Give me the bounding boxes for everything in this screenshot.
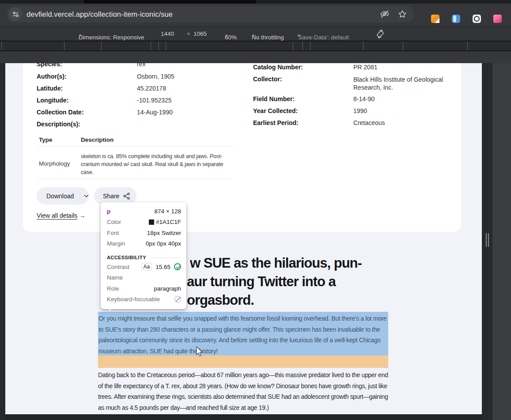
not-focusable-icon	[174, 296, 181, 303]
tab-strip	[0, 0, 511, 4]
role-label: Role	[107, 285, 119, 292]
download-button[interactable]: Download	[37, 187, 89, 204]
field-value: 1990	[353, 107, 367, 114]
tooltip-caret	[106, 306, 114, 310]
color-label: Color	[107, 219, 121, 225]
device-toolbar: Dimensions: Responsive ▼ 1440 × 1065 60%…	[0, 26, 511, 41]
field-value: -101.952325	[137, 97, 172, 104]
rotate-device-icon	[375, 29, 385, 39]
table-row-description: skeleton is ca. 85% complete including s…	[81, 152, 228, 176]
article-heading-line: orgasbord.	[187, 291, 254, 310]
button-divider	[80, 191, 80, 201]
arrow-right-icon: →	[79, 212, 85, 219]
field-label: Collection Date:	[37, 109, 84, 116]
mouse-cursor	[195, 346, 204, 357]
article-heading-line: w SUE as the hilarious, pun-	[190, 254, 362, 272]
field-label: Year Collected:	[253, 107, 298, 114]
field-value: 14-Aug-1990	[137, 109, 173, 116]
tab-strip-gap	[84, 0, 256, 4]
device-height-input[interactable]: 1065	[193, 30, 207, 37]
password-hidden-icon[interactable]	[380, 9, 390, 19]
url-text[interactable]: devfield.vercel.app/collection-item-icon…	[26, 10, 173, 19]
field-label: Author(s):	[37, 73, 67, 80]
table-header-type: Type	[39, 136, 53, 143]
font-value: 18px Switzer	[147, 230, 181, 236]
table-divider	[37, 179, 233, 179]
extension-clipboard-icon[interactable]	[452, 15, 460, 23]
table-header-description: Description	[81, 136, 114, 143]
device-width-input[interactable]: 1440	[161, 30, 174, 37]
chevron-down-icon: ▼	[79, 34, 82, 38]
chevron-down-icon: ▼	[252, 34, 255, 38]
chevron-down-icon: ▼	[297, 34, 301, 38]
share-nodes-icon	[123, 193, 130, 200]
browser-toolbar: devfield.vercel.app/collection-item-icon…	[0, 4, 511, 26]
font-label: Font	[107, 230, 119, 236]
view-all-details-link[interactable]: View all details →	[37, 212, 85, 219]
media-query-bar[interactable]	[0, 41, 511, 51]
color-swatch	[149, 219, 154, 225]
field-label: Latitude:	[37, 85, 63, 92]
color-value: #1A1C1F	[156, 219, 181, 225]
highlighted-paragraph: Or you might treasure that selfie you sn…	[98, 313, 388, 357]
field-label: Species:	[37, 63, 62, 68]
table-divider	[37, 146, 233, 147]
role-value: paragraph	[154, 285, 181, 292]
times-symbol: ×	[187, 30, 190, 37]
field-value: 8-14-90	[353, 95, 375, 102]
field-label: Catalog Number:	[253, 64, 303, 71]
stage-gutter-bottom	[5, 414, 482, 420]
table-row-type: Morphology	[39, 160, 70, 167]
inspect-highlight-margin-box	[98, 356, 388, 368]
share-button-label: Share	[94, 193, 119, 200]
viewport-resize-handle[interactable]	[486, 233, 487, 247]
inspect-tooltip: p 874 × 128 Color #1A1C1F Font 18px Swit…	[101, 202, 186, 309]
section-divider	[150, 257, 181, 258]
emulated-page-viewport: Species: rex Author(s): Osborn, 1905 Lat…	[5, 63, 482, 414]
viewport-resize-handle[interactable]	[488, 233, 489, 247]
profile-avatar[interactable]	[493, 15, 502, 23]
element-tag: p	[107, 208, 110, 215]
stage-background	[492, 63, 511, 420]
field-label: Collector:	[253, 76, 282, 83]
field-value: rex	[137, 63, 145, 68]
element-size: 874 × 128	[155, 208, 181, 215]
chevron-down-icon: ▼	[225, 34, 228, 38]
download-button-label: Download	[37, 193, 74, 200]
extension-recorder-icon[interactable]	[473, 15, 481, 23]
contrast-value: 15.65	[155, 264, 170, 270]
field-label: Longitude:	[37, 97, 68, 104]
contrast-label: Contrast	[107, 264, 129, 270]
address-bar[interactable]: devfield.vercel.app/collection-item-icon…	[7, 6, 414, 23]
stage-gutter-right	[482, 63, 492, 420]
chevron-down-icon[interactable]	[84, 194, 89, 198]
contrast-sample: Aa	[141, 263, 152, 271]
field-value: Black Hills Institute of Geological Rese…	[353, 76, 444, 91]
stage-gutter-left	[0, 63, 5, 420]
field-label: Description(s):	[37, 121, 80, 128]
margin-value: 0px 0px 40px	[146, 240, 181, 247]
device-stage-top-gap	[0, 51, 511, 63]
rotate-device-button[interactable]	[375, 29, 385, 39]
field-value: Osborn, 1905	[137, 73, 174, 80]
article-paragraph: Dating back to the Cretaceous period—abo…	[98, 370, 390, 413]
bookmark-star-icon[interactable]	[397, 9, 407, 19]
field-label: Earliest Period:	[253, 119, 299, 126]
margin-label: Margin	[107, 240, 125, 247]
field-value: Cretaceous	[353, 119, 385, 126]
extension-notes-icon[interactable]	[431, 15, 439, 23]
site-settings-button[interactable]	[9, 8, 22, 21]
keyboard-focusable-label: Keyboard-focusable	[107, 296, 160, 303]
field-value: 45.220178	[137, 85, 166, 92]
view-all-details-label: View all details	[37, 212, 77, 219]
field-label: Field Number:	[253, 95, 295, 102]
contrast-pass-icon	[174, 263, 181, 270]
article-heading-line: aur turning Twitter into a	[187, 272, 336, 291]
accessibility-section-label: ACCESSIBILITY	[107, 255, 146, 260]
field-value: PR 2081	[353, 64, 377, 71]
tune-icon	[12, 11, 19, 18]
name-label: Name	[107, 274, 123, 281]
